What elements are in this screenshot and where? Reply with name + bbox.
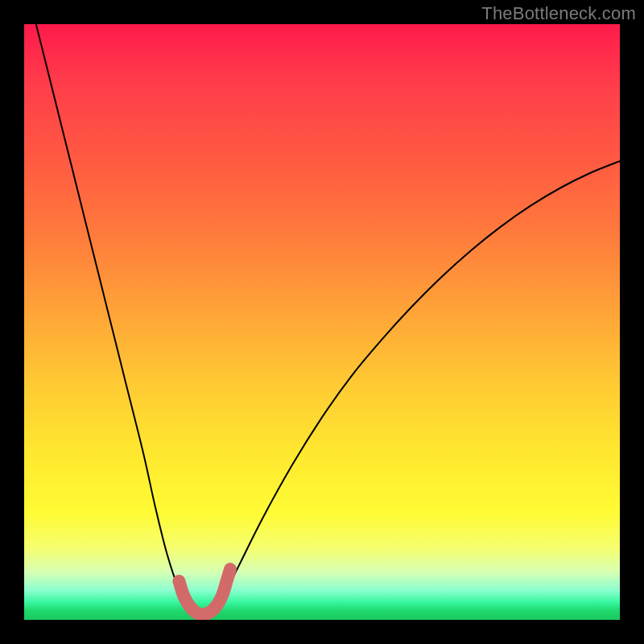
bottleneck-curve [36,24,620,615]
plot-area [24,24,620,620]
chart-frame: TheBottleneck.com [0,0,644,644]
curve-layer [24,24,620,620]
marker-u [179,569,230,614]
watermark-text: TheBottleneck.com [481,3,636,24]
